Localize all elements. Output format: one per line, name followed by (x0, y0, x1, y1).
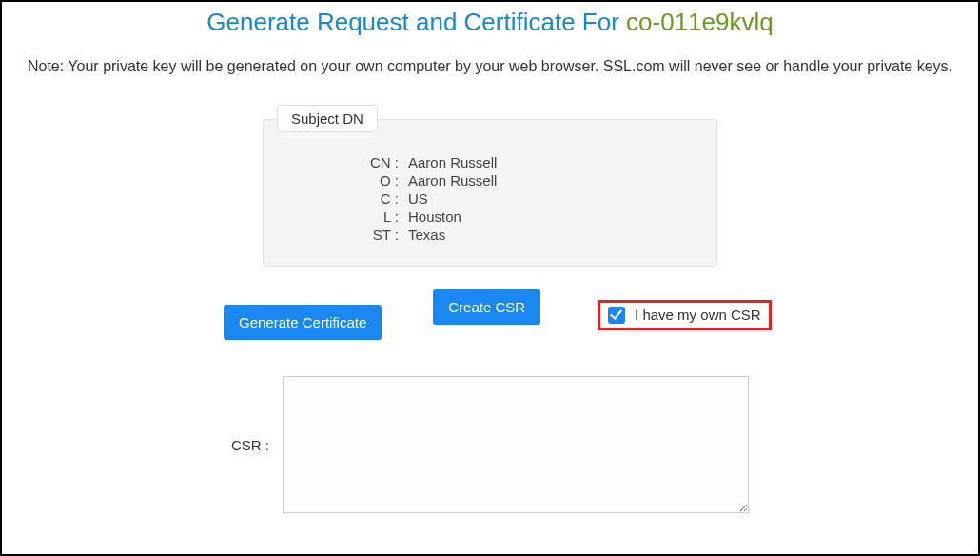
dn-key: ST : (364, 227, 399, 243)
dn-val: Houston (408, 208, 461, 225)
dn-row-cn: CN : Aaron Russell (364, 154, 697, 170)
dn-val: Aaron Russell (408, 154, 497, 170)
dn-row-st: ST : Texas (364, 227, 697, 243)
generate-certificate-button[interactable]: Generate Certificate (224, 305, 382, 340)
action-row: Generate Certificate Create CSR I have m… (224, 305, 756, 340)
dn-row-c: C : US (364, 190, 697, 207)
own-csr-checkbox[interactable] (608, 307, 625, 324)
dn-key: L : (364, 208, 399, 225)
private-key-note: Note: Your private key will be generated… (2, 56, 978, 77)
subject-dn-table: CN : Aaron Russell O : Aaron Russell C :… (364, 154, 697, 243)
page-title-prefix: Generate Request and Certificate For (206, 8, 626, 36)
page-title-id: co-011e9kvlq (626, 8, 774, 36)
dn-val: Texas (408, 227, 445, 243)
csr-row: CSR : (2, 376, 978, 513)
dn-key: CN : (364, 154, 399, 170)
subject-dn-fieldset: Subject DN CN : Aaron Russell O : Aaron … (263, 119, 717, 267)
own-csr-checkbox-wrap[interactable]: I have my own CSR (598, 300, 772, 330)
dn-row-o: O : Aaron Russell (364, 172, 697, 189)
dn-val: Aaron Russell (408, 172, 497, 189)
dn-key: C : (364, 190, 399, 207)
csr-label: CSR : (231, 437, 269, 453)
subject-dn-legend: Subject DN (277, 105, 378, 132)
dn-key: O : (364, 172, 399, 189)
dn-val: US (408, 190, 428, 207)
create-csr-button[interactable]: Create CSR (433, 289, 540, 325)
own-csr-checkbox-label: I have my own CSR (635, 307, 761, 323)
page-title: Generate Request and Certificate For co-… (2, 8, 978, 37)
dn-row-l: L : Houston (364, 208, 697, 225)
csr-textarea[interactable] (283, 376, 749, 513)
